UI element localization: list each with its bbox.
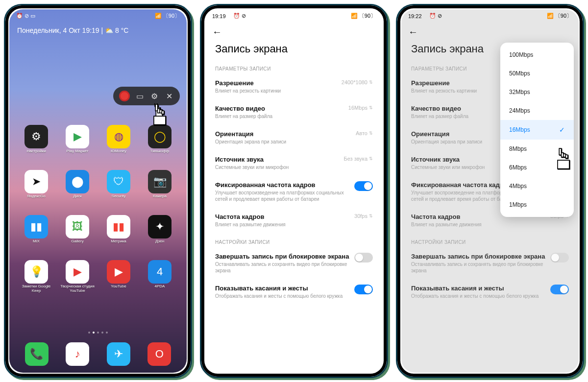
app-icon: ▮▮: [24, 215, 48, 239]
back-arrow-icon: ←: [408, 26, 418, 37]
homescreen: ⏰ ⊘ ▭ 📶 〔90〕 Понедельник, 4 Окт 19:19 | …: [9, 9, 187, 373]
app-label: MiX: [33, 239, 40, 244]
app-яндексgo[interactable]: ➤ЯндексGo: [16, 170, 56, 212]
phone-3-frame: 19:22 ⏰ ⊘ 📶 〔90〕 ← Запись экрана ПАРАМЕТ…: [396, 4, 584, 378]
app-4pda[interactable]: 44PDA: [140, 260, 180, 302]
app-mix[interactable]: ▮▮MiX: [16, 215, 56, 257]
app-тинькофф[interactable]: ◯Тинькофф: [140, 125, 180, 167]
app-security[interactable]: 🛡Security: [98, 170, 139, 212]
app-label: Тинькофф: [150, 149, 170, 154]
app-диск[interactable]: ⬤Диск: [57, 170, 98, 212]
app-label: YouTube: [111, 285, 126, 289]
dropdown-option-6Mbps[interactable]: 6Mbps: [500, 158, 574, 177]
dropdown-option-1Mbps[interactable]: 1Mbps: [500, 195, 574, 214]
screen-recorder-toolbar[interactable]: ▭ ⚙ ✕: [113, 87, 180, 105]
dropdown-option-24Mbps[interactable]: 24Mbps: [500, 101, 574, 120]
dropdown-option-8Mbps[interactable]: 8Mbps: [500, 140, 574, 158]
setting-value: Авто⇅: [356, 130, 373, 136]
section-heading-settings: НАСТРОЙКИ ЗАПИСИ: [401, 234, 579, 248]
toggle-fixed-fps[interactable]: [354, 181, 373, 191]
chevron-updown-icon: ⇅: [369, 131, 373, 136]
dock-app-icon[interactable]: ♪: [66, 342, 89, 366]
app-icon: ▶: [66, 125, 89, 148]
status-right: 📶 〔90〕: [547, 12, 572, 20]
settings-page: 19:19 ⏰ ⊘ 📶 〔90〕 ← Запись экрана ПАРАМЕТ…: [205, 9, 383, 373]
setting-title: Завершать запись при блокировке экрана: [215, 253, 349, 260]
setting-subtitle: Влияет на резкость картинки: [215, 88, 337, 94]
app-icon: ▮▮: [107, 215, 130, 239]
app-метрика[interactable]: ▮▮Метрика: [98, 215, 139, 257]
app-grid: ⚙Настройки▶Play Маркет◍ЮMoney◯Тинькофф➤Я…: [9, 125, 187, 329]
quality-dropdown[interactable]: 100Mbps50Mbps32Mbps24Mbps16Mbps✓8Mbps6Mb…: [500, 43, 574, 217]
setting-title: Ориентация: [215, 130, 351, 138]
app-label: Заметки Google Keep: [19, 285, 53, 293]
app-icon: 💡: [24, 260, 48, 284]
app-дзен[interactable]: ✦Дзен: [140, 215, 180, 257]
dock-app-icon[interactable]: 📞: [25, 342, 49, 366]
toggle-show-touches[interactable]: [354, 285, 373, 294]
setting-row-2[interactable]: ОриентацияОриентация экрана при записиАв…: [205, 125, 383, 151]
date-weather-widget[interactable]: Понедельник, 4 Окт 19:19 | ⛅ 8 °C: [9, 23, 187, 36]
chevron-updown-icon: ⇅: [369, 214, 373, 218]
status-right: 📶 〔90〕: [351, 12, 376, 20]
setting-value: 2400*1080⇅: [342, 79, 373, 85]
setting-value: 16Mbps⇅: [348, 105, 373, 111]
app-label: Gallery: [71, 239, 83, 244]
app-творческая-студия-youtube[interactable]: ▶Творческая студия YouTube: [57, 260, 98, 302]
option-label: 8Mbps: [509, 145, 527, 152]
setting-title: Разрешение: [215, 79, 337, 87]
setting-subtitle: Системные звуки или микрофон: [215, 164, 339, 170]
recordings-icon[interactable]: ▭: [135, 91, 145, 101]
app-play-маркет[interactable]: ▶Play Маркет: [57, 125, 98, 167]
dropdown-option-32Mbps[interactable]: 32Mbps: [500, 83, 574, 101]
app-заметки-google-keep[interactable]: 💡Заметки Google Keep: [16, 260, 56, 302]
app-настройки[interactable]: ⚙Настройки: [16, 125, 56, 167]
status-time: 19:19: [212, 13, 226, 19]
app-gallery[interactable]: 🖼Gallery: [57, 215, 98, 257]
check-icon: ✓: [559, 126, 565, 134]
dropdown-option-50Mbps[interactable]: 50Mbps: [500, 64, 574, 83]
dock-app-icon[interactable]: ✈: [107, 342, 130, 366]
setting-show-touches: Показывать касания и жесты Отображать ка…: [401, 280, 579, 305]
back-button[interactable]: ←: [205, 23, 383, 42]
app-label: ЯндексGo: [27, 194, 46, 199]
toggle-stop-on-lock[interactable]: [354, 253, 373, 263]
record-button[interactable]: [119, 91, 130, 101]
dock-app-icon[interactable]: O: [147, 342, 171, 366]
setting-row-3[interactable]: Источник звукаСистемные звуки или микроф…: [205, 151, 383, 176]
back-button[interactable]: ←: [401, 23, 579, 42]
app-label: Настройки: [26, 149, 46, 154]
section-heading-params: ПАРАМЕТРЫ ЗАПИСИ: [205, 60, 383, 74]
close-icon[interactable]: ✕: [164, 91, 174, 101]
chevron-updown-icon: ⇅: [369, 105, 373, 110]
app-icon: 🛡: [107, 170, 130, 193]
app-камера[interactable]: 📷Камера: [140, 170, 180, 212]
app-icon: 🖼: [66, 215, 89, 239]
option-label: 50Mbps: [509, 70, 530, 77]
gear-icon[interactable]: ⚙: [149, 91, 159, 101]
toggle-show-touches: [550, 285, 569, 294]
setting-stop-on-lock[interactable]: Завершать запись при блокировке экрана О…: [205, 248, 383, 280]
setting-title: Фиксированная частота кадров: [215, 181, 349, 189]
setting-subtitle: Ориентация экрана при записи: [215, 139, 351, 145]
app-label: Дзен: [155, 239, 164, 244]
option-label: 1Mbps: [509, 201, 527, 208]
setting-stop-on-lock: Завершать запись при блокировке экрана О…: [401, 248, 579, 280]
setting-row-1[interactable]: Качество видеоВлияет на размер файла16Mb…: [205, 100, 383, 125]
setting-fixed-fps[interactable]: Фиксированная частота кадров Улучшает во…: [205, 176, 383, 208]
toggle-stop-on-lock: [550, 253, 569, 263]
setting-show-touches[interactable]: Показывать касания и жесты Отображать ка…: [205, 280, 383, 305]
app-icon: ⬤: [66, 170, 89, 193]
dropdown-option-100Mbps[interactable]: 100Mbps: [500, 46, 574, 64]
setting-fps[interactable]: Частота кадров Влияет на размытие движен…: [205, 208, 383, 234]
app-youtube[interactable]: ▶YouTube: [98, 260, 139, 302]
setting-row-0[interactable]: РазрешениеВлияет на резкость картинки240…: [205, 74, 383, 100]
dropdown-option-16Mbps[interactable]: 16Mbps✓: [500, 120, 574, 140]
app-icon: ◯: [148, 125, 172, 148]
option-label: 32Mbps: [509, 89, 530, 96]
app-label: Творческая студия YouTube: [60, 285, 95, 293]
dropdown-option-4Mbps[interactable]: 4Mbps: [500, 177, 574, 195]
app-юmoney[interactable]: ◍ЮMoney: [98, 125, 139, 167]
app-icon: ➤: [24, 170, 48, 193]
status-right: 📶 〔90〕: [155, 12, 180, 20]
